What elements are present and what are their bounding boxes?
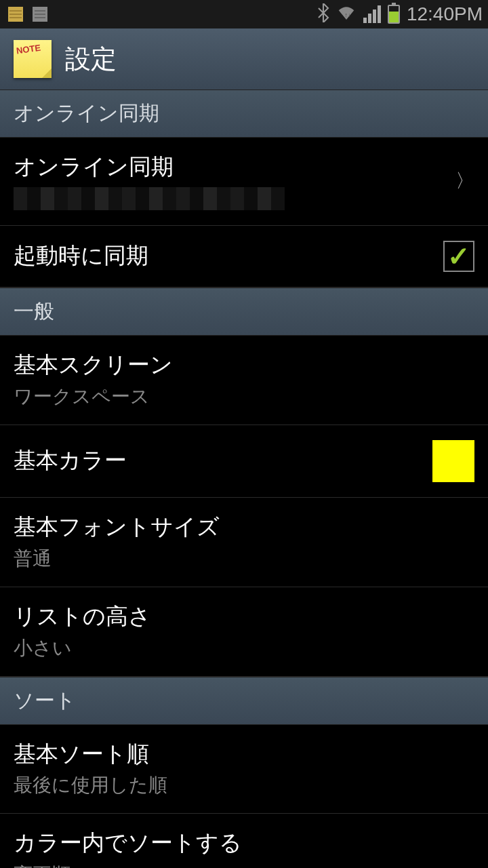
- item-title: 基本フォントサイズ: [14, 513, 474, 542]
- item-list-height[interactable]: リストの高さ 小さい: [0, 587, 488, 677]
- notification-list-icon: [30, 4, 50, 24]
- item-title: 基本ソート順: [14, 740, 474, 769]
- svg-text:↑↓: ↑↓: [344, 12, 350, 18]
- status-time: 12:40PM: [407, 3, 483, 25]
- app-header: 設定: [0, 28, 488, 90]
- item-title: オンライン同期: [14, 153, 455, 182]
- section-general: 一般: [0, 288, 488, 336]
- checkbox-sync-on-start[interactable]: [443, 241, 474, 272]
- item-subtitle: ワークスペース: [14, 384, 474, 410]
- item-default-sort-order[interactable]: 基本ソート順 最後に使用した順: [0, 725, 488, 814]
- item-subtitle: 最後に使用した順: [14, 772, 474, 798]
- item-subtitle: 変更順: [14, 862, 474, 868]
- item-title: 起動時に同期: [14, 241, 443, 271]
- wifi-icon: ↑↓: [336, 5, 357, 24]
- redacted-account: [14, 187, 285, 210]
- item-sync-on-start[interactable]: 起動時に同期: [0, 226, 488, 288]
- item-default-font-size[interactable]: 基本フォントサイズ 普通: [0, 498, 488, 587]
- item-default-color[interactable]: 基本カラー: [0, 425, 488, 498]
- notification-note-icon: [5, 4, 26, 24]
- item-sort-within-color[interactable]: カラー内でソートする 変更順: [0, 814, 488, 868]
- item-subtitle: 普通: [14, 546, 474, 572]
- signal-icon: [363, 5, 381, 23]
- color-swatch: [432, 440, 474, 482]
- item-title: 基本スクリーン: [14, 351, 474, 380]
- chevron-right-icon: 〉: [455, 168, 474, 194]
- item-default-screen[interactable]: 基本スクリーン ワークスペース: [0, 336, 488, 425]
- item-subtitle: 小さい: [14, 635, 474, 661]
- item-title: カラー内でソートする: [14, 829, 474, 858]
- status-bar: ↑↓ 12:40PM: [0, 0, 488, 28]
- battery-icon: [388, 5, 400, 24]
- section-sort: ソート: [0, 677, 488, 725]
- page-title: 設定: [65, 42, 117, 77]
- section-online-sync: オンライン同期: [0, 90, 488, 138]
- item-online-sync[interactable]: オンライン同期 〉: [0, 138, 488, 226]
- app-note-icon: [14, 40, 52, 78]
- bluetooth-icon: [317, 3, 329, 25]
- item-title: 基本カラー: [14, 446, 432, 475]
- item-title: リストの高さ: [14, 602, 474, 631]
